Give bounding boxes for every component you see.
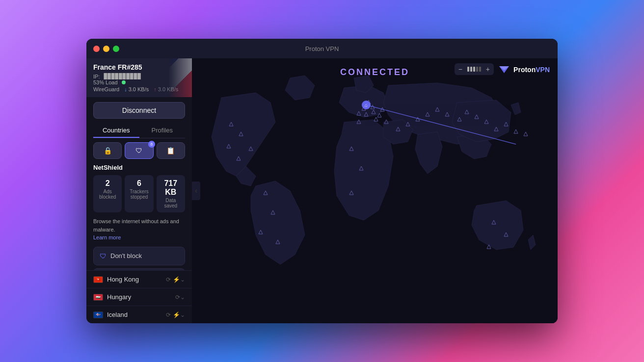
netshield-description: Browse the internet without ads and malw… xyxy=(93,217,185,242)
zoom-segment-3 xyxy=(473,67,475,72)
server-flag xyxy=(153,58,192,97)
hungary-icons: ⟳ xyxy=(175,294,180,301)
ads-blocked-label: Adsblocked xyxy=(96,189,119,200)
trackers-stopped-stat: 6 Trackersstopped xyxy=(125,175,153,212)
learn-more-link[interactable]: Learn more xyxy=(93,234,121,240)
zoom-controls: − + xyxy=(455,63,494,75)
data-saved-label: Datasaved xyxy=(160,198,182,208)
trackers-stopped-value: 6 xyxy=(128,179,150,188)
window-title: Proton VPN xyxy=(305,45,339,52)
tab-countries[interactable]: Countries xyxy=(93,124,139,138)
zoom-segment-4 xyxy=(476,67,478,72)
netshield-section: NetShield 2 Adsblocked 6 Trackersstopped… xyxy=(86,164,192,270)
vpn-text: VPN xyxy=(536,66,550,74)
iceland-icons: ⟳ ⚡ xyxy=(166,311,180,318)
server-icon: ⟳ xyxy=(175,294,180,301)
chevron-down-icon: ⌄ xyxy=(180,311,185,318)
country-item-hungary[interactable]: 🇭🇺 Hungary ⟳ ⌄ xyxy=(86,288,192,306)
hongkong-name: Hong Kong xyxy=(107,276,166,283)
chevron-down-icon: ⌄ xyxy=(180,276,185,283)
zoom-segment-2 xyxy=(470,67,472,72)
hungary-name: Hungary xyxy=(107,293,175,301)
traffic-lights xyxy=(93,46,119,52)
zoom-out-button[interactable]: − xyxy=(456,64,464,74)
world-map: ⌂ xyxy=(192,58,558,323)
bolt-icon: ⚡ xyxy=(173,276,180,283)
scroll-indicator[interactable]: ‹ xyxy=(192,181,200,200)
dont-block-option[interactable]: 🛡 Don't block xyxy=(93,247,185,265)
zoom-segment-1 xyxy=(467,67,469,72)
minimize-button[interactable] xyxy=(103,46,109,52)
proton-logo-text: ProtonVPN xyxy=(513,65,550,74)
bolt-icon: ⚡ xyxy=(173,311,180,318)
map-area: ‹ CONNECTED ProtonVPN − xyxy=(192,58,558,323)
chevron-down-icon: ⌄ xyxy=(180,294,185,301)
lock-icon: 🔒 xyxy=(104,147,112,155)
hongkong-icons: ⟳ ⚡ xyxy=(166,276,180,283)
iceland-name: Iceland xyxy=(107,311,166,318)
hungary-flag: 🇭🇺 xyxy=(93,294,103,301)
ip-label: IP: xyxy=(93,74,100,79)
iceland-flag: 🇮🇸 xyxy=(93,311,103,318)
edit-icon: 📋 xyxy=(166,147,175,155)
main-content: France FR#285 IP: ██████████ 53% Load Wi… xyxy=(86,58,558,323)
titlebar: Proton VPN xyxy=(86,39,558,58)
icon-row: 🔒 🛡 8 📋 xyxy=(93,142,185,159)
tabs: Countries Profiles xyxy=(93,124,185,138)
lock-icon-button[interactable]: 🔒 xyxy=(93,142,122,159)
ads-blocked-stat: 2 Adsblocked xyxy=(93,175,122,212)
proton-logo: ProtonVPN xyxy=(498,63,550,76)
dont-block-icon: 🛡 xyxy=(100,252,107,260)
dont-block-label: Don't block xyxy=(110,252,142,259)
download-value: 3.0 KB/s xyxy=(129,86,149,92)
close-button[interactable] xyxy=(93,46,100,52)
load-indicator xyxy=(122,80,126,84)
data-saved-value: 717 KB xyxy=(160,179,182,197)
tab-profiles[interactable]: Profiles xyxy=(139,124,186,138)
data-saved-stat: 717 KB Datasaved xyxy=(157,175,185,212)
app-window: Proton VPN France FR#285 IP: ██████████ … xyxy=(86,39,558,323)
maximize-button[interactable] xyxy=(113,46,119,52)
download-arrow-icon: ↓ xyxy=(124,86,127,92)
hongkong-flag: 🇭🇰 xyxy=(93,276,103,283)
trackers-stopped-label: Trackersstopped xyxy=(128,189,150,200)
shield-badge: 8 xyxy=(148,141,155,148)
country-item-iceland[interactable]: 🇮🇸 Iceland ⟳ ⚡ ⌄ xyxy=(86,306,192,323)
zoom-segment-5 xyxy=(479,67,481,72)
shield-icon: 🛡 xyxy=(135,147,142,155)
server-icon: ⟳ xyxy=(166,311,171,318)
sidebar: France FR#285 IP: ██████████ 53% Load Wi… xyxy=(86,58,192,323)
server-header: France FR#285 IP: ██████████ 53% Load Wi… xyxy=(86,58,192,97)
shield-icon-button[interactable]: 🛡 8 xyxy=(125,142,153,159)
load-label: 53% Load xyxy=(93,79,118,85)
download-speed: ↓ 3.0 KB/s xyxy=(124,86,149,92)
protocol-label: WireGuard xyxy=(93,86,119,92)
zoom-in-button[interactable]: + xyxy=(484,64,492,74)
proton-text: Proton xyxy=(513,66,536,74)
ads-blocked-value: 2 xyxy=(96,179,119,188)
connected-status: CONNECTED xyxy=(340,67,409,78)
country-item-hongkong[interactable]: 🇭🇰 Hong Kong ⟳ ⚡ ⌄ xyxy=(86,270,192,288)
ip-masked: ██████████ xyxy=(104,73,141,79)
server-icon: ⟳ xyxy=(166,276,171,283)
zoom-bar xyxy=(465,67,483,72)
netshield-title: NetShield xyxy=(93,164,185,171)
proton-vpn-icon xyxy=(498,63,510,76)
disconnect-button[interactable]: Disconnect xyxy=(93,102,185,119)
edit-icon-button[interactable]: 📋 xyxy=(157,142,185,159)
stats-row: 2 Adsblocked 6 Trackersstopped 717 KB Da… xyxy=(93,175,185,212)
